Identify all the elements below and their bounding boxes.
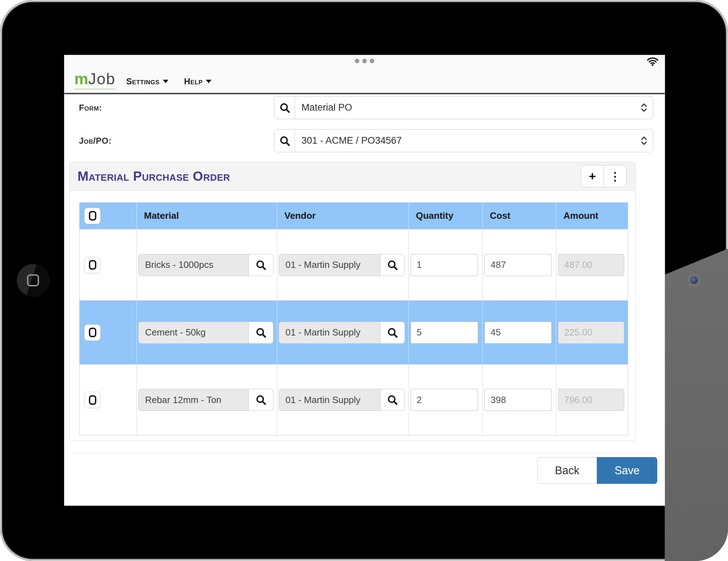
material-po-panel: Material Purchase Order + ⋮ Material Ven… (69, 162, 636, 441)
search-icon (387, 394, 398, 406)
select-all-checkbox[interactable] (84, 208, 101, 224)
amount-readonly-field: 796.00 (558, 389, 624, 411)
search-icon[interactable] (274, 129, 295, 152)
checkbox-icon (89, 395, 96, 405)
tablet-frame: mJob Settings Help Form: Material P (0, 0, 728, 561)
form-select-value: Material PO (295, 96, 635, 119)
search-icon (255, 259, 267, 271)
material-search-button[interactable] (248, 322, 273, 344)
search-icon[interactable] (274, 96, 295, 119)
checkbox-icon (89, 260, 96, 270)
vendor-search-button[interactable] (380, 254, 405, 276)
search-icon (387, 327, 398, 338)
panel-title: Material Purchase Order (77, 169, 230, 184)
logo-job: Job (88, 70, 116, 88)
vendor-input[interactable]: 01 - Martin Supply (279, 254, 380, 276)
app-header: mJob Settings Help (64, 55, 665, 94)
amount-readonly-field: 225.00 (558, 322, 624, 344)
row-select-checkbox[interactable] (84, 324, 101, 341)
vendor-input[interactable]: 01 - Martin Supply (279, 322, 380, 344)
col-header-material: Material (136, 202, 277, 229)
dot-icon (362, 59, 367, 63)
cost-input[interactable]: 45 (485, 322, 552, 344)
kebab-menu-icon: ⋮ (610, 170, 621, 183)
home-button[interactable] (17, 264, 49, 296)
select-stepper-icon (635, 96, 653, 119)
caret-down-icon (206, 80, 212, 83)
material-input[interactable]: Cement - 50kg (138, 322, 249, 344)
material-input[interactable]: Bricks - 1000pcs (138, 254, 249, 276)
quantity-input[interactable]: 5 (411, 322, 478, 344)
more-options-button[interactable]: ⋮ (604, 165, 627, 187)
search-icon (255, 394, 267, 406)
vendor-input[interactable]: 01 - Martin Supply (279, 389, 380, 411)
job-po-select[interactable]: 301 - ACME / PO34567 (274, 129, 653, 152)
quantity-input[interactable]: 1 (411, 254, 478, 276)
form-label: Form: (79, 96, 102, 119)
row-select-checkbox[interactable] (84, 392, 101, 408)
save-button[interactable]: Save (597, 457, 657, 484)
vendor-search-button[interactable] (380, 322, 405, 344)
logo-m: m (74, 70, 88, 88)
back-button[interactable]: Back (537, 457, 597, 484)
cost-input[interactable]: 487 (485, 254, 552, 276)
table-row-selected: Cement - 50kg 01 - Martin Supply (80, 300, 628, 364)
quantity-input[interactable]: 2 (411, 389, 478, 411)
material-search-button[interactable] (248, 389, 273, 411)
front-camera (690, 276, 698, 284)
caret-down-icon (163, 80, 168, 83)
material-search-button[interactable] (248, 254, 273, 276)
table-header-row: Material Vendor Quantity Cost Amount (80, 202, 628, 229)
home-button-icon (27, 274, 39, 286)
panel-header: Material Purchase Order + ⋮ (70, 162, 635, 191)
cost-input[interactable]: 398 (485, 389, 552, 411)
po-table: Material Vendor Quantity Cost Amount (79, 202, 628, 435)
app-logo: mJob (74, 70, 116, 90)
material-input[interactable]: Rebar 12mm - Ton (138, 389, 249, 411)
dot-icon (370, 59, 374, 63)
job-po-label: Job/PO: (79, 129, 112, 152)
form-select[interactable]: Material PO (274, 96, 653, 119)
col-header-cost: Cost (482, 202, 556, 229)
amount-readonly-field: 487.00 (558, 254, 624, 276)
menu-help[interactable]: Help (184, 76, 212, 86)
add-row-button[interactable]: + (581, 165, 604, 187)
wifi-icon (647, 57, 658, 66)
col-header-amount: Amount (556, 202, 628, 229)
row-select-checkbox[interactable] (84, 257, 101, 273)
search-icon (387, 259, 398, 271)
job-po-select-value: 301 - ACME / PO34567 (295, 129, 635, 152)
checkbox-icon (89, 328, 96, 337)
search-icon (255, 327, 267, 338)
checkbox-icon (89, 211, 96, 221)
window-dots (64, 59, 665, 63)
menu-settings[interactable]: Settings (126, 76, 168, 86)
col-header-quantity: Quantity (408, 202, 482, 229)
app-screen: mJob Settings Help Form: Material P (64, 55, 665, 506)
table-row: Rebar 12mm - Ton 01 - Martin Supply (80, 364, 628, 435)
select-stepper-icon (635, 129, 653, 152)
vendor-search-button[interactable] (380, 389, 405, 411)
table-row: Bricks - 1000pcs 01 - Martin Supply (80, 229, 628, 300)
dot-icon (355, 59, 359, 63)
footer-divider (69, 453, 658, 453)
plus-icon: + (589, 169, 596, 183)
col-header-vendor: Vendor (277, 202, 408, 229)
